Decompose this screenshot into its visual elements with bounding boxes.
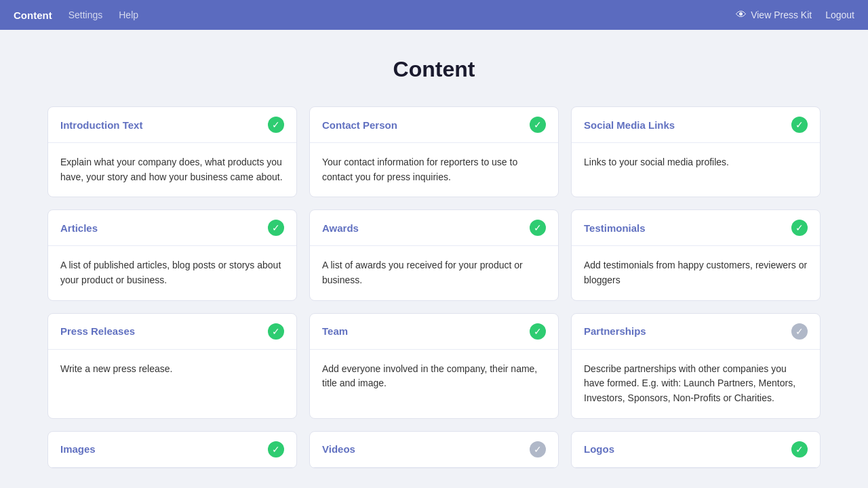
card-header-awards: Awards ✓	[310, 210, 558, 246]
nav-brand[interactable]: Content	[14, 9, 52, 21]
card-header-articles: Articles ✓	[48, 210, 296, 246]
card-title-images: Images	[60, 443, 96, 455]
card-body-contact-person: Your contact information for reporters t…	[310, 143, 558, 197]
card-header-team: Team ✓	[310, 314, 558, 350]
navbar: Content Settings Help 👁 View Press Kit L…	[0, 0, 868, 30]
card-articles[interactable]: Articles ✓ A list of published articles,…	[47, 209, 297, 300]
card-title-partnerships: Partnerships	[584, 325, 646, 337]
card-title-logos: Logos	[584, 443, 614, 455]
card-body-awards: A list of awards you received for your p…	[310, 246, 558, 300]
logout-link[interactable]: Logout	[825, 9, 854, 20]
card-header-partnerships: Partnerships ✓	[572, 314, 820, 350]
card-header-testimonials: Testimonials ✓	[572, 210, 820, 246]
card-body-press-releases: Write a new press release.	[48, 350, 296, 389]
nav-left: Content Settings Help	[14, 9, 138, 21]
page-title: Content	[47, 57, 821, 82]
card-logos[interactable]: Logos ✓	[571, 431, 821, 468]
check-icon-press-releases: ✓	[268, 323, 284, 340]
card-title-social-media-links: Social Media Links	[584, 119, 675, 131]
card-body-articles: A list of published articles, blog posts…	[48, 246, 296, 300]
card-body-testimonials: Add testimonials from happy customers, r…	[572, 246, 820, 300]
cards-grid: Introduction Text ✓ Explain what your co…	[47, 106, 821, 468]
card-body-social-media-links: Links to your social media profiles.	[572, 143, 820, 182]
card-title-introduction-text: Introduction Text	[60, 119, 142, 131]
card-header-videos: Videos ✓	[310, 432, 558, 468]
card-introduction-text[interactable]: Introduction Text ✓ Explain what your co…	[47, 106, 297, 197]
check-icon-images: ✓	[268, 441, 284, 458]
card-title-contact-person: Contact Person	[322, 119, 397, 131]
check-icon-testimonials: ✓	[791, 220, 808, 236]
nav-settings-link[interactable]: Settings	[68, 9, 103, 20]
check-icon-introduction-text: ✓	[268, 117, 284, 133]
card-testimonials[interactable]: Testimonials ✓ Add testimonials from hap…	[571, 209, 821, 300]
card-title-videos: Videos	[322, 443, 355, 455]
card-title-team: Team	[322, 325, 348, 337]
card-title-testimonials: Testimonials	[584, 222, 646, 234]
check-icon-social-media-links: ✓	[791, 117, 808, 133]
check-icon-team: ✓	[530, 323, 546, 340]
card-images[interactable]: Images ✓	[47, 431, 297, 468]
card-header-press-releases: Press Releases ✓	[48, 314, 296, 350]
check-icon-contact-person: ✓	[530, 117, 546, 133]
nav-right: 👁 View Press Kit Logout	[736, 9, 854, 21]
card-header-images: Images ✓	[48, 432, 296, 468]
card-videos[interactable]: Videos ✓	[309, 431, 559, 468]
eye-icon: 👁	[736, 9, 747, 21]
main-content: Content Introduction Text ✓ Explain what…	[34, 30, 834, 488]
card-partnerships[interactable]: Partnerships ✓ Describe partnerships wit…	[571, 313, 821, 419]
card-title-articles: Articles	[60, 222, 98, 234]
card-header-social-media-links: Social Media Links ✓	[572, 107, 820, 143]
nav-help-link[interactable]: Help	[119, 9, 138, 20]
view-press-kit-label: View Press Kit	[751, 9, 812, 20]
card-team[interactable]: Team ✓ Add everyone involved in the comp…	[309, 313, 559, 419]
card-contact-person[interactable]: Contact Person ✓ Your contact informatio…	[309, 106, 559, 197]
card-header-contact-person: Contact Person ✓	[310, 107, 558, 143]
card-body-introduction-text: Explain what your company does, what pro…	[48, 143, 296, 197]
check-icon-videos: ✓	[530, 441, 546, 458]
card-body-team: Add everyone involved in the company, th…	[310, 350, 558, 403]
check-icon-awards: ✓	[530, 220, 546, 236]
card-header-introduction-text: Introduction Text ✓	[48, 107, 296, 143]
card-title-press-releases: Press Releases	[60, 325, 135, 337]
card-awards[interactable]: Awards ✓ A list of awards you received f…	[309, 209, 559, 300]
card-header-logos: Logos ✓	[572, 432, 820, 468]
check-icon-articles: ✓	[268, 220, 284, 236]
card-press-releases[interactable]: Press Releases ✓ Write a new press relea…	[47, 313, 297, 419]
card-title-awards: Awards	[322, 222, 359, 234]
view-press-kit-link[interactable]: 👁 View Press Kit	[736, 9, 812, 21]
card-body-partnerships: Describe partnerships with other compani…	[572, 350, 820, 418]
check-icon-partnerships: ✓	[791, 323, 808, 340]
check-icon-logos: ✓	[791, 441, 808, 458]
card-social-media-links[interactable]: Social Media Links ✓ Links to your socia…	[571, 106, 821, 197]
